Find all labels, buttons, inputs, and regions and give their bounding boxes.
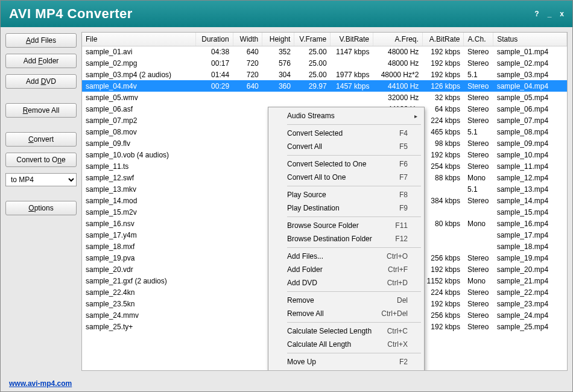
cell: sample_23.5kn — [82, 298, 195, 309]
context-menu[interactable]: Audio StreamsConvert SelectedF4Convert A… — [268, 107, 425, 371]
cell: 48000 Hz — [373, 46, 422, 57]
menu-separator — [287, 217, 421, 217]
menu-item[interactable]: Convert SelectedF4 — [270, 127, 422, 140]
menu-item-label: Remove All — [287, 309, 381, 318]
cell: 254 kbps — [422, 160, 464, 172]
cell: sample_23.mp4 — [493, 298, 567, 309]
menu-item[interactable]: Play SourceF8 — [270, 188, 422, 201]
menu-item[interactable]: RemoveDel — [270, 294, 422, 307]
cell: 256 kbps — [422, 252, 464, 264]
cell — [233, 264, 262, 275]
cell: 32 kbps — [422, 92, 464, 103]
cell: sample_03.mp4 — [493, 69, 567, 80]
col-afreq[interactable]: A.Freq. — [373, 33, 422, 46]
cell: 192 kbps — [422, 298, 464, 309]
table-row[interactable]: sample_05.wmv32000 Hz32 kbpsStereosample… — [82, 92, 567, 103]
cell — [195, 172, 233, 183]
menu-item[interactable]: Convert AllF5 — [270, 140, 422, 153]
cell: 192 kbps — [422, 57, 464, 69]
col-file[interactable]: File — [82, 33, 195, 46]
col-duration[interactable]: Duration — [195, 33, 233, 46]
cell: sample_16.nsv — [82, 218, 195, 229]
window-buttons: ? _ x — [534, 10, 564, 18]
cell: Stereo — [464, 298, 493, 309]
cell: sample_04.mp4 — [493, 80, 567, 92]
table-row[interactable]: sample_02.mpg00:1772057625.0048000 Hz192… — [82, 57, 567, 69]
output-format-select[interactable]: to MP4 — [5, 173, 77, 186]
cell — [233, 138, 262, 149]
col-ach[interactable]: A.Ch. — [464, 33, 493, 46]
help-button[interactable]: ? — [534, 10, 539, 18]
menu-item[interactable]: Move DownF3 — [270, 368, 422, 371]
menu-separator — [287, 247, 421, 248]
cell — [195, 126, 233, 138]
cell — [233, 206, 262, 218]
cell: 640 — [233, 80, 262, 92]
menu-item[interactable]: Convert All to OneF7 — [270, 171, 422, 184]
menu-item-shortcut: Ctrl+C — [387, 327, 408, 335]
cell: 224 kbps — [422, 286, 464, 298]
col-vframe[interactable]: V.Frame — [294, 33, 331, 46]
table-row[interactable]: sample_01.avi04:3864035225.001147 kbps48… — [82, 46, 567, 57]
convert-to-one-button[interactable]: Convert to One — [5, 153, 77, 167]
cell — [422, 183, 464, 195]
add-dvd-button[interactable]: Add DVD — [5, 74, 77, 89]
menu-item[interactable]: Remove AllCtrl+Del — [270, 307, 422, 320]
table-row[interactable]: sample_04.m4v00:2964036029.971457 kbps44… — [82, 80, 567, 92]
col-vbitrate[interactable]: V.BitRate — [331, 33, 373, 46]
remove-all-button[interactable]: Remove All — [5, 103, 77, 118]
sidebar: Add Files Add Folder Add DVD Remove All … — [5, 32, 77, 371]
cell — [195, 92, 233, 103]
col-status[interactable]: Status — [493, 33, 567, 46]
menu-separator — [287, 322, 421, 323]
menu-item-shortcut: Ctrl+F — [388, 265, 408, 274]
menu-item[interactable]: Play DestinationF9 — [270, 201, 422, 215]
options-button[interactable]: Options — [5, 201, 77, 215]
col-width[interactable]: Width — [233, 33, 262, 46]
col-height[interactable]: Height — [262, 33, 294, 46]
menu-item[interactable]: Add DVDCtrl+D — [270, 276, 422, 289]
cell: sample_25.mp4 — [493, 321, 567, 332]
app-body: Add Files Add Folder Add DVD Remove All … — [1, 27, 572, 376]
menu-item[interactable]: Convert Selected to OneF6 — [270, 157, 422, 171]
minimize-button[interactable]: _ — [548, 10, 552, 18]
menu-item[interactable]: Calculate Selected LengthCtrl+C — [270, 324, 422, 338]
col-abitrate[interactable]: A.BitRate — [422, 33, 464, 46]
cell: Stereo — [464, 195, 493, 206]
cell — [422, 241, 464, 252]
menu-item[interactable]: Add Files...Ctrl+O — [270, 250, 422, 263]
cell: 88 kbps — [422, 172, 464, 183]
cell: 224 kbps — [422, 115, 464, 126]
menu-item-label: Convert Selected to One — [287, 160, 399, 168]
add-folder-button[interactable]: Add Folder — [5, 54, 77, 68]
close-button[interactable]: x — [560, 10, 564, 18]
website-link[interactable]: www.avi-mp4.com — [9, 379, 72, 388]
menu-item-shortcut: F11 — [395, 221, 408, 230]
menu-item[interactable]: Calculate All LengthCtrl+X — [270, 338, 422, 351]
menu-item[interactable]: Add FolderCtrl+F — [270, 263, 422, 276]
cell: 352 — [262, 46, 294, 57]
menu-item-shortcut: Ctrl+X — [387, 340, 408, 349]
cell — [233, 229, 262, 241]
menu-item[interactable]: Move UpF2 — [270, 355, 422, 368]
cell — [233, 298, 262, 309]
cell — [195, 321, 233, 332]
menu-separator — [287, 186, 421, 186]
cell — [195, 115, 233, 126]
table-row[interactable]: sample_03.mp4 (2 audios)01:4472030425.00… — [82, 69, 567, 80]
cell: sample_09.mp4 — [493, 138, 567, 149]
cell: 1147 kbps — [331, 46, 373, 57]
cell: sample_01.avi — [82, 46, 195, 57]
menu-separator — [287, 291, 421, 292]
menu-item[interactable]: Browse Destination FolderF12 — [270, 232, 422, 245]
add-files-button[interactable]: Add Files — [5, 33, 77, 48]
cell: 256 kbps — [422, 309, 464, 321]
cell: sample_15.mp4 — [493, 206, 567, 218]
menu-item[interactable]: Browse Source FolderF11 — [270, 219, 422, 232]
cell — [195, 103, 233, 115]
convert-button[interactable]: Convert — [5, 132, 77, 147]
menu-item-label: Add Files... — [287, 252, 387, 261]
cell — [195, 275, 233, 286]
cell: sample_20.mp4 — [493, 264, 567, 275]
menu-item[interactable]: Audio Streams — [270, 109, 422, 122]
